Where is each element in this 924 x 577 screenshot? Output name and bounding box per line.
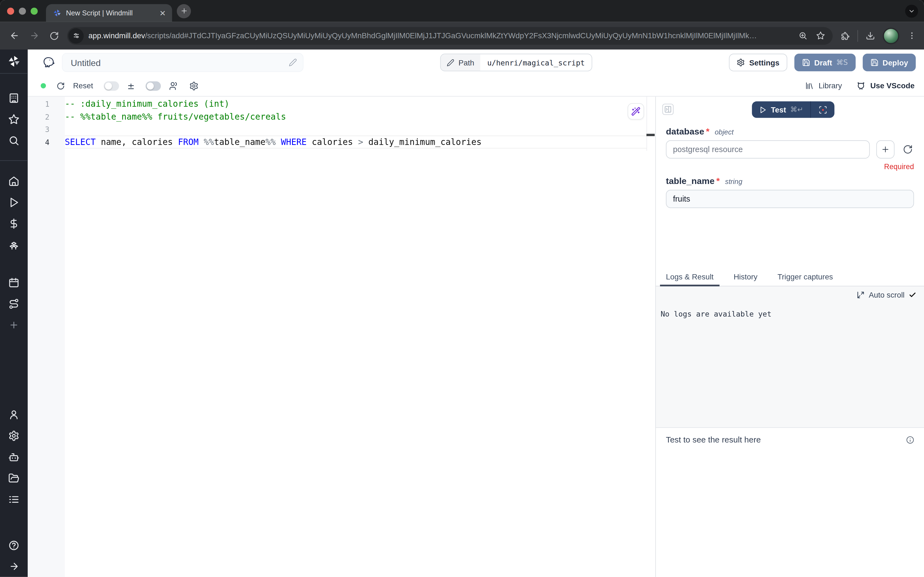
test-label: Test	[771, 105, 786, 114]
code-line[interactable]: 3	[28, 123, 655, 136]
sidebar-item-users[interactable]	[0, 404, 28, 425]
sidebar-item-variables[interactable]	[0, 213, 28, 234]
result-tabs: Logs & Result History Trigger captures	[656, 269, 924, 286]
test-button[interactable]: Test ⌘↵	[752, 102, 810, 118]
windmill-logo-icon[interactable]	[0, 50, 28, 73]
forward-button[interactable]	[27, 29, 41, 43]
test-focus-button[interactable]	[811, 102, 835, 118]
gear-icon	[737, 58, 745, 66]
required-asterisk: *	[706, 126, 710, 136]
window-controls	[7, 7, 38, 15]
sidebar-item-workspace[interactable]	[0, 87, 28, 108]
tab-logs-result[interactable]: Logs & Result	[660, 269, 720, 286]
extensions-button[interactable]	[839, 29, 852, 42]
sidebar-item-flows[interactable]	[0, 293, 28, 314]
address-bar[interactable]: app.windmill.dev/scripts/add#JTdCJTIyaGF…	[67, 27, 833, 45]
settings-button[interactable]: Settings	[729, 54, 787, 71]
home-icon	[8, 176, 19, 187]
download-icon	[866, 31, 875, 40]
code-lines[interactable]: 1-- :daily_minimum_calories (int)2-- %%t…	[28, 97, 655, 148]
code-editor[interactable]: 1-- :daily_minimum_calories (int)2-- %%t…	[28, 97, 655, 577]
users-icon[interactable]	[169, 81, 178, 90]
script-name-input[interactable]	[69, 57, 289, 68]
editor-toolbar: Reset ± Library	[28, 75, 924, 97]
route-icon	[8, 298, 19, 309]
sidebar-item-runs[interactable]	[0, 192, 28, 213]
assets-toggle[interactable]	[104, 81, 119, 90]
sidebar-item-search[interactable]	[0, 129, 28, 151]
autoscroll-control[interactable]: Auto scroll	[656, 286, 924, 299]
use-vscode-button[interactable]: Use VScode	[856, 81, 914, 90]
library-button[interactable]: Library	[805, 81, 842, 90]
new-tab-button[interactable]	[177, 4, 191, 18]
sidebar-item-audit-logs[interactable]	[0, 488, 28, 509]
help-circle-icon	[8, 540, 19, 551]
code-line[interactable]: 2-- %%table_name%% fruits/vegetables/cer…	[28, 111, 655, 123]
magic-wand-icon	[631, 107, 641, 116]
code-line[interactable]: 1-- :daily_minimum_calories (int)	[28, 98, 655, 111]
ai-assistant-button[interactable]	[628, 103, 644, 119]
add-resource-button[interactable]	[876, 140, 894, 158]
plus-icon	[180, 7, 188, 15]
site-settings-icon[interactable]	[68, 28, 84, 44]
save-icon	[870, 58, 878, 66]
path-zone: Path u/henri/magical_script	[311, 54, 722, 71]
code-line[interactable]: 4SELECT name, calories FROM %%table_name…	[28, 136, 655, 148]
sidebar-item-home[interactable]	[0, 170, 28, 192]
zoom-window-button[interactable]	[31, 7, 38, 15]
refresh-icon	[903, 144, 913, 154]
logs-area: Auto scroll No logs are available yet	[656, 286, 924, 428]
reload-button[interactable]	[47, 29, 61, 43]
back-button[interactable]	[7, 29, 21, 43]
user-icon	[8, 409, 19, 420]
puzzle-icon	[840, 31, 850, 40]
sidebar-item-settings[interactable]	[0, 425, 28, 446]
browser-tab[interactable]: New Script | Windmill ✕	[46, 4, 172, 22]
close-window-button[interactable]	[7, 7, 14, 15]
editor-settings-gear-icon[interactable]	[189, 81, 198, 90]
diff-icon[interactable]: ±	[127, 81, 135, 91]
library-icon	[805, 81, 814, 90]
tab-search-button[interactable]	[905, 5, 918, 18]
check-icon	[909, 291, 916, 299]
tab-history[interactable]: History	[728, 269, 763, 286]
minimize-window-button[interactable]	[19, 7, 26, 15]
path-label: Path	[459, 58, 474, 67]
info-icon[interactable]	[906, 435, 914, 444]
path-chip[interactable]: Path u/henri/magical_script	[440, 54, 592, 71]
line-number: 1	[28, 98, 65, 111]
multiplayer-toggle[interactable]	[145, 81, 161, 90]
sidebar-item-workers[interactable]	[0, 446, 28, 467]
sidebar-item-folders[interactable]	[0, 467, 28, 488]
tab-close-icon[interactable]: ✕	[158, 8, 167, 18]
magnifier-plus-icon	[798, 31, 807, 40]
tab-trigger-captures[interactable]: Trigger captures	[772, 269, 839, 286]
bookmark-button[interactable]	[814, 29, 827, 42]
browser-menu-button[interactable]	[905, 29, 918, 42]
profile-avatar[interactable]	[883, 27, 899, 44]
windmill-favicon-icon	[53, 9, 61, 17]
deploy-button[interactable]: Deploy	[863, 54, 916, 71]
sidebar-item-resources[interactable]	[0, 234, 28, 255]
database-resource-input[interactable]	[666, 140, 869, 158]
collapse-panel-button[interactable]	[662, 104, 674, 115]
sidebar-item-help[interactable]	[0, 535, 28, 556]
refresh-resources-button[interactable]	[901, 143, 914, 156]
draft-label: Draft	[814, 58, 832, 67]
zoom-page-button[interactable]	[796, 29, 809, 42]
sidebar-item-schedules[interactable]	[0, 272, 28, 293]
screen: New Script | Windmill ✕ app.windmill.dev	[0, 0, 924, 577]
expand-icon[interactable]	[857, 291, 864, 299]
sidebar-expand-button[interactable]	[0, 556, 28, 577]
sidebar-item-favorites[interactable]	[0, 108, 28, 129]
reset-button[interactable]: Reset	[56, 81, 93, 90]
downloads-button[interactable]	[864, 29, 877, 42]
pencil-icon[interactable]	[289, 58, 297, 66]
table-name-input[interactable]	[666, 190, 914, 208]
main: Path u/henri/magical_script Settings Dra…	[28, 50, 924, 577]
script-name-field[interactable]	[62, 53, 304, 72]
sidebar-item-add[interactable]	[0, 314, 28, 335]
url-text[interactable]: app.windmill.dev/scripts/add#JTdCJTIyaGF…	[88, 31, 791, 40]
draft-button[interactable]: Draft ⌘S	[794, 54, 856, 71]
script-header: Path u/henri/magical_script Settings Dra…	[28, 50, 924, 75]
